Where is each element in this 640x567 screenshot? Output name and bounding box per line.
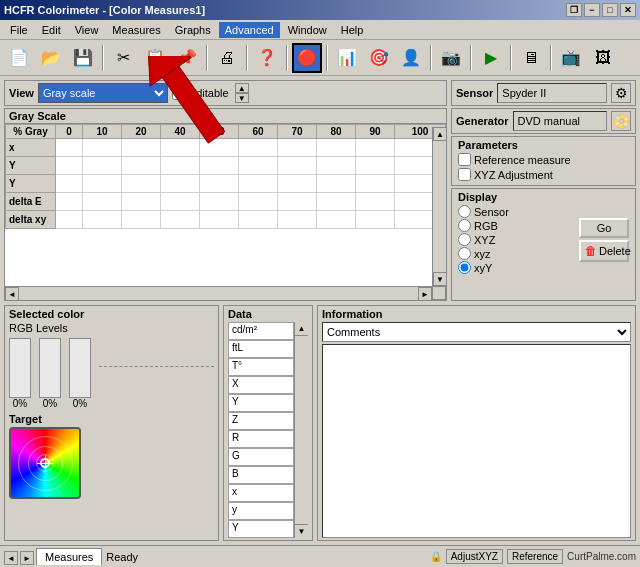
delete-button[interactable]: 🗑 Delete: [579, 240, 629, 262]
sensor-settings-button[interactable]: ⚙: [611, 83, 631, 103]
screen-button[interactable]: 📺: [556, 43, 586, 73]
parameters-section: Parameters Reference measure XYZ Adjustm…: [451, 136, 636, 186]
menu-view[interactable]: View: [69, 22, 105, 38]
col-20: 20: [122, 125, 161, 139]
row-y2-col8: [356, 175, 395, 193]
data-scroll-up[interactable]: ▲: [295, 322, 308, 336]
paste-icon: 📌: [177, 48, 197, 67]
menu-help[interactable]: Help: [335, 22, 370, 38]
row-dE-col2: [122, 193, 161, 211]
reference-button[interactable]: Reference: [507, 549, 563, 564]
xyz-adjust-checkbox[interactable]: [458, 168, 471, 181]
h-scroll-left[interactable]: ◄: [5, 287, 19, 301]
chart3-button[interactable]: 👤: [396, 43, 426, 73]
generator-settings-button[interactable]: 📀: [611, 111, 631, 131]
row-y2-col1: [83, 175, 122, 193]
menu-window[interactable]: Window: [282, 22, 333, 38]
inner-restore-btn[interactable]: ❐: [566, 3, 582, 17]
image-button[interactable]: 🖼: [588, 43, 618, 73]
row-dxy-col8: [356, 211, 395, 229]
row-dE-col4: [200, 193, 239, 211]
sensor-label: Sensor: [456, 87, 493, 99]
menu-advanced[interactable]: Advanced: [219, 22, 280, 38]
title-bar: HCFR Colorimeter - [Color Measures1] ❐ −…: [0, 0, 640, 20]
editable-label: Editable: [189, 87, 229, 99]
display-xyY-radio[interactable]: [458, 261, 471, 274]
sep5: [326, 45, 328, 71]
tab-right-btn[interactable]: ►: [20, 551, 34, 565]
menu-edit[interactable]: Edit: [36, 22, 67, 38]
display-sensor-radio[interactable]: [458, 205, 471, 218]
status-ready: Ready: [106, 551, 425, 563]
selected-color-section: Selected color RGB Levels 0% 0%: [4, 305, 219, 541]
open-button[interactable]: 📂: [36, 43, 66, 73]
tab-left-btn[interactable]: ◄: [4, 551, 18, 565]
row-dxy-col3: [161, 211, 200, 229]
chart2-button[interactable]: 🎯: [364, 43, 394, 73]
new-button[interactable]: 📄: [4, 43, 34, 73]
view-up-arrow[interactable]: ▲: [235, 83, 249, 93]
monitor-button[interactable]: 🖥: [516, 43, 546, 73]
main-content: View Gray scale Editable ▲ ▼ Gray Scale: [0, 76, 640, 545]
data-row-cdm2: cd/m²: [228, 322, 294, 340]
chart2-icon: 🎯: [369, 48, 389, 67]
measure-icon: 🔴: [297, 48, 317, 67]
view-down-arrow[interactable]: ▼: [235, 93, 249, 103]
close-btn[interactable]: ✕: [620, 3, 636, 17]
paste-button[interactable]: 📌: [172, 43, 202, 73]
row-y1-col7: [317, 157, 356, 175]
image-icon: 🖼: [595, 49, 611, 67]
menu-file[interactable]: File: [4, 22, 34, 38]
display-buttons: Go 🗑 Delete: [579, 205, 629, 274]
rgb-levels-label: RGB Levels: [9, 322, 214, 334]
chart1-icon: 📊: [337, 48, 357, 67]
minimize-btn[interactable]: −: [584, 3, 600, 17]
print-button[interactable]: 🖨: [212, 43, 242, 73]
row-y1-col6: [278, 157, 317, 175]
row-x-col7: [317, 139, 356, 157]
row-dxy-col5: [239, 211, 278, 229]
menu-graphs[interactable]: Graphs: [169, 22, 217, 38]
copy-icon: 📋: [145, 48, 165, 67]
target-wheel: [9, 427, 81, 499]
information-select[interactable]: Comments: [322, 322, 631, 342]
display-xyz-lower-radio[interactable]: [458, 247, 471, 260]
help-button[interactable]: ❓: [252, 43, 282, 73]
camera-icon: 📷: [441, 48, 461, 67]
view-select[interactable]: Gray scale: [38, 83, 168, 103]
toolbar: 📄 📂 💾 ✂ 📋 📌 🖨 ❓ 🔴 📊 🎯 👤 📷 ▶: [0, 40, 640, 76]
v-scroll-up[interactable]: ▲: [433, 127, 447, 141]
save-button[interactable]: 💾: [68, 43, 98, 73]
editable-checkbox[interactable]: [172, 87, 185, 100]
display-xyz-radio[interactable]: [458, 233, 471, 246]
play-button[interactable]: ▶: [476, 43, 506, 73]
measure-button[interactable]: 🔴: [292, 43, 322, 73]
maximize-btn[interactable]: □: [602, 3, 618, 17]
camera-button[interactable]: 📷: [436, 43, 466, 73]
go-button[interactable]: Go: [579, 218, 629, 238]
measures-tab[interactable]: Measures: [36, 548, 102, 565]
open-icon: 📂: [41, 48, 61, 67]
data-scroll-down[interactable]: ▼: [295, 524, 308, 538]
cut-button[interactable]: ✂: [108, 43, 138, 73]
copy-button[interactable]: 📋: [140, 43, 170, 73]
delete-label: Delete: [599, 245, 631, 257]
status-lock-icon: 🔒: [430, 551, 442, 562]
row-x-col5: [239, 139, 278, 157]
information-textarea[interactable]: [322, 344, 631, 538]
data-row-B: B: [228, 466, 294, 484]
ref-measure-checkbox[interactable]: [458, 153, 471, 166]
v-scroll-down[interactable]: ▼: [433, 272, 447, 286]
row-dE-col8: [356, 193, 395, 211]
adjust-xyz-button[interactable]: AdjustXYZ: [446, 549, 503, 564]
v-scroll-track: [433, 141, 446, 272]
sensor-value: Spyder II: [497, 83, 607, 103]
color-bar-g: 0%: [39, 338, 61, 409]
h-scroll-right[interactable]: ►: [418, 287, 432, 301]
screen-icon: 📺: [561, 48, 581, 67]
chart1-button[interactable]: 📊: [332, 43, 362, 73]
cut-icon: ✂: [117, 48, 130, 67]
menu-measures[interactable]: Measures: [106, 22, 166, 38]
display-rgb-radio[interactable]: [458, 219, 471, 232]
display-radio-group: Sensor RGB XYZ xyz: [458, 205, 575, 274]
